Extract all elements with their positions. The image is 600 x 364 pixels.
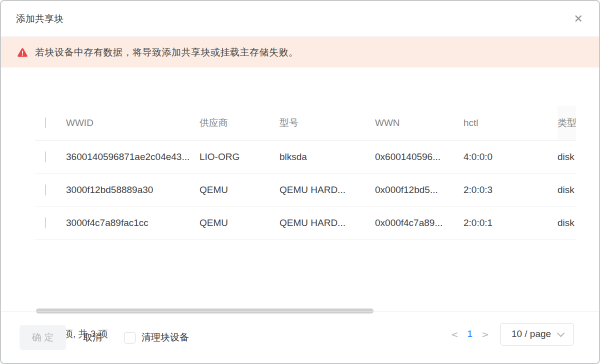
dialog-title: 添加共享块 <box>16 12 64 26</box>
close-icon[interactable]: ✕ <box>572 12 585 26</box>
cell-model: blksda <box>280 152 375 162</box>
cell-type: disk <box>558 152 576 162</box>
cell-hctl: 4:0:0:0 <box>464 152 558 162</box>
warning-text: 若块设备中存有数据，将导致添加共享块或挂载主存储失败。 <box>35 46 298 59</box>
cell-model: QEMU HARD... <box>280 218 375 228</box>
col-header-wwid: WWID <box>66 118 200 128</box>
col-header-hctl: hctl <box>464 118 558 128</box>
dialog-header: 添加共享块 ✕ <box>1 1 599 37</box>
clean-device-checkbox[interactable] <box>124 332 136 344</box>
dialog-footer: 确 定 取消 清理块设备 <box>1 312 599 363</box>
cancel-button[interactable]: 取消 <box>83 331 102 344</box>
cell-hctl: 2:0:0:3 <box>464 184 558 196</box>
table-row[interactable]: 3000f12bd58889a30 QEMU QEMU HARD... 0x00… <box>35 174 576 206</box>
col-header-type: 类型 <box>558 106 576 140</box>
cell-hctl: 2:0:0:1 <box>464 218 558 228</box>
cell-wwn: 0x000f4c7a89... <box>375 218 464 228</box>
add-shared-block-dialog: 添加共享块 ✕ 若块设备中存有数据，将导致添加共享块或挂载主存储失败。 WWID… <box>0 0 600 364</box>
cell-vendor: LIO-ORG <box>200 152 280 162</box>
row-checkbox[interactable] <box>45 152 46 162</box>
select-all-checkbox[interactable] <box>45 118 46 128</box>
table-header-row: WWID 供应商 型号 WWN hctl 类型 <box>35 106 576 140</box>
cell-model: QEMU HARD... <box>280 184 375 196</box>
row-checkbox[interactable] <box>45 184 46 196</box>
col-header-vendor: 供应商 <box>200 116 280 130</box>
cell-type: disk <box>558 184 576 196</box>
table-row[interactable]: 3600140596871ae2c04e43... LIO-ORG blksda… <box>35 140 576 174</box>
cell-wwn: 0x000f12bd5... <box>375 184 464 196</box>
dialog-body: WWID 供应商 型号 WWN hctl 类型 3600140596871ae2… <box>1 68 599 312</box>
warning-triangle-icon <box>17 47 28 58</box>
col-header-model: 型号 <box>280 116 375 130</box>
warning-banner: 若块设备中存有数据，将导致添加共享块或挂载主存储失败。 <box>1 37 599 68</box>
table-row[interactable]: 3000f4c7a89fac1cc QEMU QEMU HARD... 0x00… <box>35 206 576 240</box>
cell-wwid: 3000f12bd58889a30 <box>66 184 200 196</box>
clean-device-option: 清理块设备 <box>124 331 189 344</box>
cell-type: disk <box>558 218 576 228</box>
cell-wwid: 3000f4c7a89fac1cc <box>66 218 200 228</box>
device-table: WWID 供应商 型号 WWN hctl 类型 3600140596871ae2… <box>35 106 576 240</box>
cell-wwid: 3600140596871ae2c04e43... <box>66 152 200 162</box>
row-checkbox[interactable] <box>45 218 46 228</box>
col-header-wwn: WWN <box>375 118 464 128</box>
clean-device-label[interactable]: 清理块设备 <box>142 331 189 344</box>
ok-button[interactable]: 确 定 <box>20 325 66 350</box>
cell-wwn: 0x600140596... <box>375 152 464 162</box>
cell-vendor: QEMU <box>200 184 280 196</box>
cell-vendor: QEMU <box>200 218 280 228</box>
